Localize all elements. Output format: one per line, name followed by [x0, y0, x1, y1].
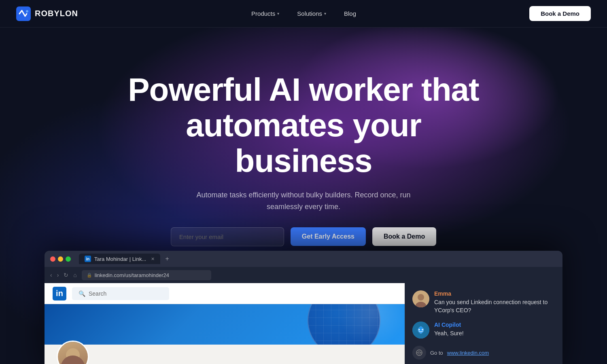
navigate-icon: [416, 349, 422, 356]
browser-window: in Tara Mohindar | Link... ✕ + ‹ › ↻ ⌂ 🔒…: [45, 251, 562, 364]
ai-copilot-name: AI Copilot: [434, 322, 555, 328]
emma-chat-message: Emma Can you send Linkedin connection re…: [412, 290, 555, 314]
nav-book-demo-button[interactable]: Book a Demo: [529, 6, 591, 21]
forward-icon[interactable]: ›: [57, 272, 59, 278]
ai-avatar-image: [412, 322, 429, 339]
nav-item-products[interactable]: Products ▾: [244, 7, 287, 20]
hero-content: Powerful AI worker that automates your b…: [121, 28, 486, 246]
hero-subtitle: Automate tasks efficiently without bulky…: [182, 189, 425, 213]
lock-icon: 🔒: [87, 273, 92, 278]
avatar-body: [61, 356, 85, 364]
chat-overlay: Emma Can you send Linkedin connection re…: [405, 283, 562, 364]
new-tab-icon[interactable]: +: [165, 255, 169, 262]
svg-point-1: [26, 10, 28, 13]
address-text: linkedin.com/us/taramohinder24: [95, 272, 169, 278]
linkedin-area: in 🔍 Search: [45, 283, 405, 364]
tab-title: Tara Mohindar | Link...: [94, 256, 146, 262]
emma-name: Emma: [434, 290, 555, 297]
action-navigate-icon: [412, 346, 426, 360]
close-dot: [50, 256, 55, 262]
back-icon[interactable]: ‹: [50, 272, 52, 278]
globe-lines: [308, 304, 380, 345]
chevron-down-icon: ▾: [324, 11, 326, 16]
action-link[interactable]: www.linkedin.com: [447, 350, 489, 356]
email-input[interactable]: [171, 227, 284, 246]
svg-point-7: [422, 329, 423, 330]
logo-icon: [16, 6, 31, 21]
hero-cta-row: Get Early Access Book a Demo: [171, 227, 436, 246]
logo[interactable]: ROBYLON: [16, 6, 78, 21]
chat-action-row: Go to www.linkedin.com: [412, 346, 555, 360]
linkedin-topbar: in 🔍 Search: [45, 283, 405, 304]
linkedin-logo: in: [53, 287, 66, 301]
browser-tab[interactable]: in Tara Mohindar | Link... ✕: [79, 254, 160, 264]
emma-avatar-image: [412, 290, 429, 307]
book-demo-button[interactable]: Book a Demo: [372, 227, 436, 246]
emma-bubble: Emma Can you send Linkedin connection re…: [434, 290, 555, 314]
svg-point-6: [418, 329, 420, 330]
ai-bubble: AI Copilot Yeah, Sure!: [434, 322, 555, 338]
emma-avatar: [412, 290, 429, 307]
search-icon: 🔍: [79, 290, 85, 297]
hero-title: Powerful AI worker that automates your b…: [121, 72, 486, 179]
linkedin-search[interactable]: 🔍 Search: [72, 287, 169, 300]
refresh-icon[interactable]: ↻: [64, 272, 68, 278]
browser-content: in 🔍 Search: [45, 283, 562, 364]
browser-mockup: in Tara Mohindar | Link... ✕ + ‹ › ↻ ⌂ 🔒…: [45, 251, 562, 364]
nav-item-blog[interactable]: Blog: [337, 7, 363, 20]
early-access-button[interactable]: Get Early Access: [291, 227, 366, 246]
emma-text: Can you send Linkedin connection request…: [434, 298, 555, 314]
navbar: ROBYLON Products ▾ Solutions ▾ Blog Book…: [0, 0, 607, 28]
ai-text: Yeah, Sure!: [434, 330, 555, 338]
minimize-dot: [58, 256, 63, 262]
tab-close-icon[interactable]: ✕: [151, 256, 155, 262]
linkedin-profile-bg: [45, 304, 405, 364]
linkedin-search-placeholder: Search: [89, 290, 106, 297]
logo-text: ROBYLON: [35, 9, 78, 18]
action-prefix-text: Go to: [430, 350, 443, 356]
globe-shape: [308, 304, 380, 345]
svg-point-3: [418, 294, 424, 301]
nav-item-solutions[interactable]: Solutions ▾: [290, 7, 333, 20]
address-bar[interactable]: 🔒 linkedin.com/us/taramohinder24: [82, 270, 211, 280]
avatar-person: [58, 342, 88, 364]
ai-chat-message: AI Copilot Yeah, Sure!: [412, 322, 555, 339]
profile-banner: [45, 304, 405, 345]
maximize-dot: [66, 256, 71, 262]
home-icon[interactable]: ⌂: [73, 272, 76, 278]
browser-titlebar: in Tara Mohindar | Link... ✕ +: [45, 251, 562, 267]
nav-links: Products ▾ Solutions ▾ Blog: [244, 7, 363, 20]
chevron-down-icon: ▾: [277, 11, 279, 16]
ai-copilot-avatar: [412, 322, 429, 339]
linkedin-favicon: in: [85, 256, 91, 262]
address-bar-row: ‹ › ↻ ⌂ 🔒 linkedin.com/us/taramohinder24: [45, 267, 562, 283]
hero-section: Powerful AI worker that automates your b…: [0, 28, 607, 364]
